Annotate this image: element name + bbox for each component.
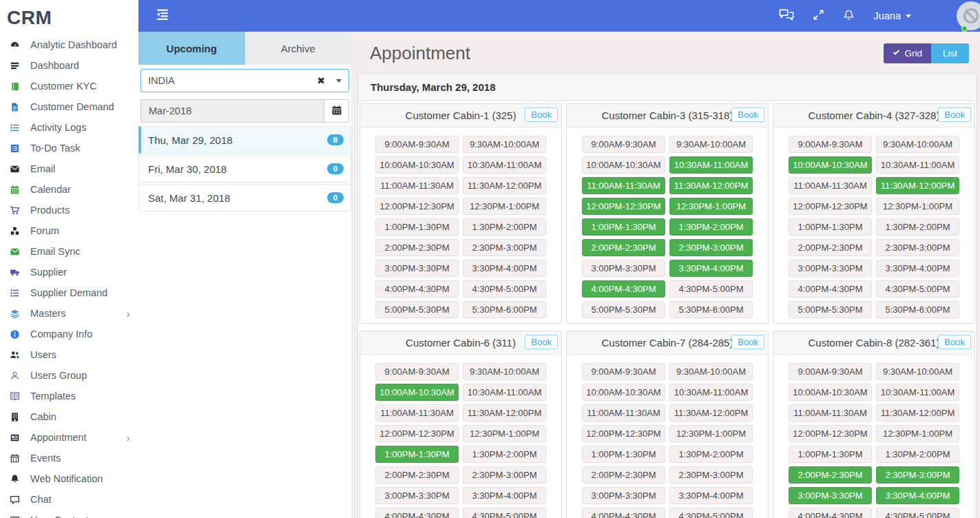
time-slot[interactable]: 5:30PM-6:00PM	[669, 301, 753, 318]
time-slot[interactable]: 4:00PM-4:30PM	[789, 280, 872, 298]
time-slot-booked[interactable]: 10:00AM-10:30AM	[375, 384, 459, 401]
time-slot[interactable]: 4:00PM-4:30PM	[789, 508, 872, 518]
time-slot-booked[interactable]: 1:30PM-2:00PM	[669, 218, 753, 236]
time-slot[interactable]: 1:00PM-1:30PM	[789, 218, 872, 236]
time-slot[interactable]: 9:30AM-10:00AM	[463, 363, 546, 380]
time-slot[interactable]: 3:00PM-3:30PM	[375, 487, 459, 504]
time-slot[interactable]: 4:30PM-5:00PM	[876, 508, 959, 518]
time-slot[interactable]: 9:00AM-9:30AM	[375, 363, 459, 380]
sidebar-item-calendar[interactable]: Calendar	[0, 179, 138, 200]
time-slot[interactable]: 11:00AM-11:30AM	[375, 404, 459, 422]
time-slot[interactable]: 1:30PM-2:00PM	[669, 446, 753, 463]
time-slot-booked[interactable]: 3:30PM-4:00PM	[669, 260, 753, 277]
sidebar-item-to-do-task[interactable]: To-Do Task	[0, 138, 138, 158]
month-input[interactable]: Mar-2018	[140, 99, 324, 123]
clear-icon[interactable]: ✖	[317, 75, 325, 86]
sidebar-item-company-info[interactable]: Company Info	[0, 324, 138, 344]
sidebar-item-appointment[interactable]: Appointment›	[0, 427, 138, 448]
time-slot[interactable]: 10:30AM-11:00AM	[669, 384, 753, 401]
time-slot[interactable]: 12:30PM-1:00PM	[669, 425, 753, 442]
sidebar-item-email[interactable]: Email	[0, 158, 138, 179]
time-slot[interactable]: 1:00PM-1:30PM	[582, 446, 665, 463]
time-slot[interactable]: 9:00AM-9:30AM	[789, 136, 872, 153]
time-slot[interactable]: 2:00PM-2:30PM	[789, 239, 872, 256]
time-slot[interactable]: 11:00AM-11:30AM	[582, 404, 665, 422]
time-slot[interactable]: 4:30PM-5:00PM	[669, 280, 753, 298]
date-row[interactable]: Thu, Mar 29, 20188	[138, 126, 351, 154]
sidebar-item-forum[interactable]: Forum	[0, 220, 138, 241]
time-slot[interactable]: 12:00PM-12:30PM	[789, 425, 872, 442]
time-slot[interactable]: 9:00AM-9:30AM	[582, 136, 665, 153]
notifications-button[interactable]	[843, 9, 855, 23]
time-slot-booked[interactable]: 4:00PM-4:30PM	[582, 280, 665, 298]
tab-upcoming[interactable]: Upcoming	[138, 32, 245, 65]
time-slot[interactable]: 3:30PM-4:00PM	[669, 487, 753, 504]
time-slot[interactable]: 3:00PM-3:30PM	[582, 487, 665, 504]
time-slot[interactable]: 10:00AM-10:30AM	[375, 156, 459, 174]
time-slot[interactable]: 10:30AM-11:00AM	[876, 156, 959, 174]
time-slot[interactable]: 12:00PM-12:30PM	[375, 198, 459, 215]
sidebar-item-email-sync[interactable]: Email Sync	[0, 241, 138, 262]
time-slot[interactable]: 5:30PM-6:00PM	[463, 301, 546, 318]
time-slot[interactable]: 1:00PM-1:30PM	[375, 218, 459, 236]
time-slot-booked[interactable]: 11:30AM-12:00PM	[876, 177, 959, 194]
time-slot[interactable]: 9:00AM-9:30AM	[375, 136, 459, 153]
book-button[interactable]: Book	[938, 107, 971, 122]
time-slot[interactable]: 5:00PM-5:30PM	[375, 301, 459, 318]
sidebar-item-templates[interactable]: Templates	[0, 386, 138, 406]
time-slot-booked[interactable]: 2:00PM-2:30PM	[582, 239, 665, 256]
time-slot[interactable]: 4:30PM-5:00PM	[669, 508, 753, 518]
sidebar-item-cabin[interactable]: Cabin	[0, 406, 138, 427]
sidebar-item-activity-logs[interactable]: Activity Logs	[0, 117, 138, 138]
sidebar-item-supplier-demand[interactable]: Supplier Demand	[0, 282, 138, 303]
time-slot-booked[interactable]: 10:30AM-11:00AM	[669, 156, 753, 174]
time-slot[interactable]: 1:30PM-2:00PM	[463, 218, 546, 236]
sidebar-item-dashboard[interactable]: Dashboard	[0, 55, 138, 76]
time-slot-booked[interactable]: 12:00PM-12:30PM	[582, 198, 665, 215]
time-slot[interactable]: 2:30PM-3:00PM	[463, 239, 546, 256]
time-slot[interactable]: 10:30AM-11:00AM	[876, 384, 959, 401]
time-slot[interactable]: 11:30AM-12:00PM	[463, 404, 546, 422]
time-slot[interactable]: 12:30PM-1:00PM	[876, 425, 959, 442]
time-slot-booked[interactable]: 2:30PM-3:00PM	[669, 239, 753, 256]
time-slot[interactable]: 11:30AM-12:00PM	[463, 177, 546, 194]
time-slot-booked[interactable]: 11:00AM-11:30AM	[582, 177, 665, 194]
time-slot[interactable]: 4:00PM-4:30PM	[375, 508, 459, 518]
time-slot[interactable]: 10:00AM-10:30AM	[582, 156, 665, 174]
avatar[interactable]	[957, 1, 980, 30]
time-slot[interactable]: 4:30PM-5:00PM	[876, 280, 959, 298]
sidebar-item-users[interactable]: Users	[0, 344, 138, 365]
time-slot[interactable]: 4:30PM-5:00PM	[463, 280, 546, 298]
time-slot[interactable]: 5:30PM-6:00PM	[876, 301, 959, 318]
sidebar-item-web-notification[interactable]: Web Notification	[0, 468, 138, 489]
sidebar-item-chat[interactable]: Chat	[0, 489, 138, 510]
time-slot[interactable]: 5:00PM-5:30PM	[789, 301, 872, 318]
book-button[interactable]: Book	[731, 335, 764, 349]
time-slot[interactable]: 3:30PM-4:00PM	[463, 260, 546, 277]
list-view-button[interactable]: List	[931, 43, 969, 63]
user-menu[interactable]: Juana	[873, 10, 911, 21]
time-slot[interactable]: 1:30PM-2:00PM	[876, 218, 959, 236]
book-button[interactable]: Book	[938, 335, 971, 349]
time-slot[interactable]: 10:00AM-10:30AM	[789, 384, 872, 401]
time-slot-booked[interactable]: 12:30PM-1:00PM	[669, 198, 753, 215]
time-slot[interactable]: 3:00PM-3:30PM	[375, 260, 459, 277]
book-button[interactable]: Book	[525, 335, 558, 349]
time-slot[interactable]: 2:00PM-2:30PM	[375, 466, 459, 484]
time-slot[interactable]: 2:30PM-3:00PM	[463, 466, 546, 484]
time-slot[interactable]: 12:30PM-1:00PM	[463, 425, 546, 442]
time-slot[interactable]: 5:00PM-5:30PM	[582, 301, 665, 318]
sidebar-item-analytic-dashboard[interactable]: Analytic Dashboard	[0, 34, 138, 55]
sidebar-item-user-contact[interactable]: User Contact	[0, 510, 138, 518]
time-slot-booked[interactable]: 11:30AM-12:00PM	[669, 177, 753, 194]
time-slot-booked[interactable]: 10:00AM-10:30AM	[789, 156, 872, 174]
sidebar-item-events[interactable]: Events	[0, 448, 138, 468]
time-slot[interactable]: 2:30PM-3:00PM	[876, 239, 959, 256]
time-slot[interactable]: 11:00AM-11:30AM	[789, 177, 872, 194]
messages-button[interactable]	[779, 9, 794, 23]
time-slot[interactable]: 3:00PM-3:30PM	[789, 260, 872, 277]
grid-view-button[interactable]: Grid	[884, 43, 931, 63]
time-slot[interactable]: 12:30PM-1:00PM	[463, 198, 546, 215]
sidebar-item-products[interactable]: Products	[0, 200, 138, 220]
time-slot[interactable]: 2:00PM-2:30PM	[375, 239, 459, 256]
